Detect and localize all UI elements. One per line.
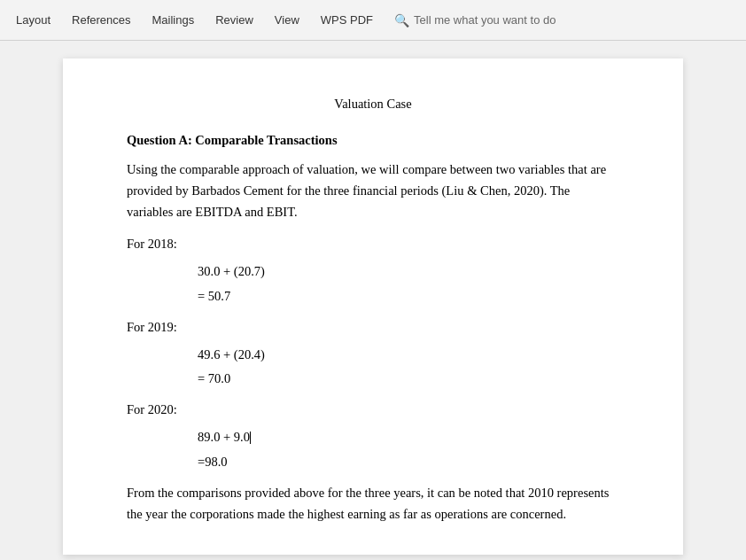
menu-item-layout[interactable]: Layout (7, 10, 59, 30)
menu-item-view[interactable]: View (266, 10, 308, 30)
search-placeholder-text: Tell me what you want to do (414, 13, 556, 27)
menu-item-mailings[interactable]: Mailings (144, 10, 204, 30)
year-2020-calc1-text: 89.0 + 9.0 (198, 430, 250, 444)
year-2018-calc2: = 50.7 (198, 286, 619, 307)
year-2020-calc1[interactable]: 89.0 + 9.0 (198, 427, 619, 447)
menu-item-wps-pdf[interactable]: WPS PDF (312, 10, 382, 30)
year-2018-calc1: 30.0 + (20.7) (198, 261, 619, 282)
document-area: Valuation Case Question A: Comparable Tr… (0, 41, 746, 560)
year-2019-calc2: = 70.0 (198, 369, 619, 389)
conclusion-paragraph: From the comparisons provided above for … (127, 483, 619, 525)
menu-item-review[interactable]: Review (206, 10, 262, 30)
document-title: Valuation Case (127, 94, 619, 114)
intro-paragraph: Using the comparable approach of valuati… (127, 159, 619, 223)
year-2019-label: For 2019: (127, 317, 619, 338)
year-2020-label: For 2020: (127, 400, 619, 420)
year-2019-calc1: 49.6 + (20.4) (198, 345, 619, 365)
search-bar[interactable]: 🔍 Tell me what you want to do (394, 13, 556, 27)
year-2020-calc2: =98.0 (198, 452, 619, 472)
menu-item-references[interactable]: References (63, 10, 139, 30)
menu-bar: Layout References Mailings Review View W… (0, 0, 746, 41)
document-page: Valuation Case Question A: Comparable Tr… (63, 58, 683, 555)
search-icon: 🔍 (394, 13, 409, 27)
year-2018-label: For 2018: (127, 234, 619, 254)
question-a-heading: Question A: Comparable Transactions (127, 130, 619, 151)
text-cursor (250, 432, 251, 444)
